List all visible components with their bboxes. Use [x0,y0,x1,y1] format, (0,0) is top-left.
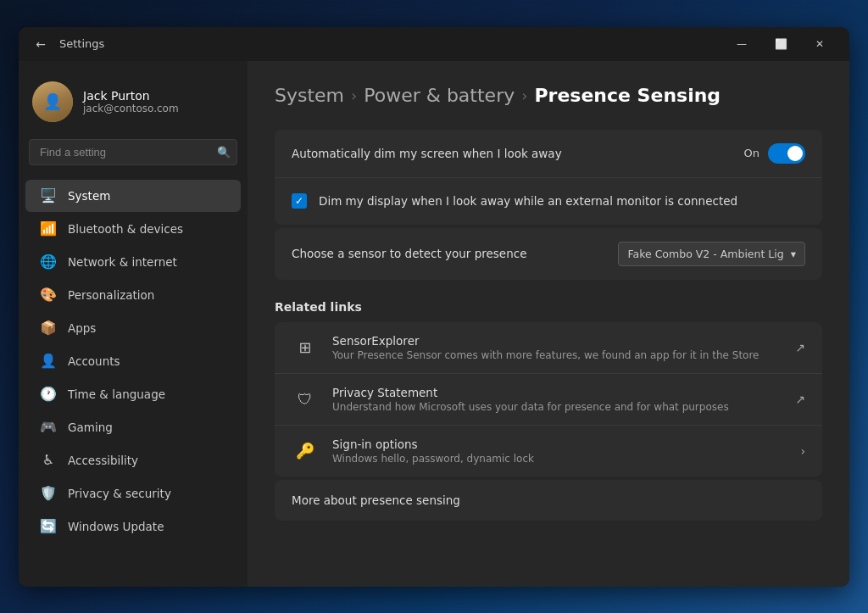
settings-window: ← Settings — ⬜ ✕ 👤 Jack Purton [19,27,849,587]
sidebar-item-gaming[interactable]: 🎮Gaming [25,411,241,443]
sidebar-item-time[interactable]: 🕐Time & language [25,378,241,410]
sensor-explorer-action-icon: ↗ [795,341,805,354]
sidebar-item-label-gaming: Gaming [68,421,113,434]
sensor-explorer-icon: ⊞ [292,334,319,361]
minimize-button[interactable]: — [722,27,761,61]
accounts-icon: 👤 [39,352,58,371]
sidebar: 👤 Jack Purton jack@contoso.com 🔍 🖥️Syste… [19,61,248,587]
more-about-link[interactable]: More about presence sensing [275,480,822,521]
sidebar-item-apps[interactable]: 📦Apps [25,312,241,344]
content-area: 👤 Jack Purton jack@contoso.com 🔍 🖥️Syste… [19,61,849,587]
search-input[interactable] [29,139,237,165]
sensor-row: Choose a sensor to detect your presence … [275,228,822,280]
bluetooth-icon: 📶 [39,220,58,238]
sidebar-item-label-accounts: Accounts [68,354,120,368]
sidebar-item-personalization[interactable]: 🎨Personalization [25,279,241,311]
breadcrumb-sep-2: › [521,86,527,104]
sensor-label: Choose a sensor to detect your presence [292,247,526,260]
user-email: jack@contoso.com [83,103,179,114]
sidebar-item-accessibility[interactable]: ♿Accessibility [25,444,241,476]
dim-screen-card: Automatically dim my screen when I look … [275,130,822,225]
sidebar-item-update[interactable]: 🔄Windows Update [25,510,241,543]
chevron-down-icon: ▾ [791,248,796,260]
nav-list: 🖥️System📶Bluetooth & devices🌐Network & i… [19,179,248,543]
sign-in-subtitle: Windows hello, password, dynamic lock [332,453,787,465]
dim-screen-row: Automatically dim my screen when I look … [275,130,822,177]
update-icon: 🔄 [39,517,58,536]
dim-external-row: ✓ Dim my display when I look away while … [275,177,822,225]
privacy-icon: 🛡️ [39,484,58,503]
back-icon: ← [36,37,46,51]
sidebar-item-privacy[interactable]: 🛡️Privacy & security [25,477,241,510]
sign-in-action-icon: › [800,444,805,458]
privacy-statement-icon: 🛡 [292,386,319,413]
link-rows: ⊞ SensorExplorer Your Presence Sensor co… [275,322,822,476]
sensor-card: Choose a sensor to detect your presence … [275,228,822,280]
sidebar-item-label-system: System [68,189,110,203]
window-title: Settings [59,37,104,50]
system-icon: 🖥️ [39,187,58,205]
sidebar-item-label-privacy: Privacy & security [68,487,171,500]
window-controls: — ⬜ ✕ [722,27,839,61]
user-info: Jack Purton jack@contoso.com [83,89,179,114]
breadcrumb-presence: Presence Sensing [534,85,721,106]
dim-external-label: Dim my display when I look away while an… [319,194,737,208]
sidebar-item-label-update: Windows Update [68,520,164,533]
close-button[interactable]: ✕ [800,27,839,61]
personalization-icon: 🎨 [39,286,58,304]
related-links-header: Related links [275,300,822,314]
maximize-button[interactable]: ⬜ [761,27,800,61]
apps-icon: 📦 [39,319,58,337]
sidebar-item-accounts[interactable]: 👤Accounts [25,345,241,377]
toggle-on-label: On [744,147,760,159]
accessibility-icon: ♿ [39,451,58,470]
main-content: System › Power & battery › Presence Sens… [248,61,849,587]
breadcrumb-system[interactable]: System [275,85,344,106]
link-row-sensor-explorer[interactable]: ⊞ SensorExplorer Your Presence Sensor co… [275,322,822,374]
avatar-image: 👤 [32,81,73,122]
link-row-privacy-statement[interactable]: 🛡 Privacy Statement Understand how Micro… [275,374,822,426]
network-icon: 🌐 [39,253,58,271]
more-about-text: More about presence sensing [292,493,460,507]
gaming-icon: 🎮 [39,418,58,437]
search-box: 🔍 [29,139,237,165]
sensor-explorer-subtitle: Your Presence Sensor comes with more fea… [332,349,782,361]
privacy-statement-title: Privacy Statement [332,386,782,399]
privacy-statement-text: Privacy Statement Understand how Microso… [332,386,782,413]
privacy-statement-action-icon: ↗ [795,393,805,406]
user-name: Jack Purton [83,89,179,103]
sidebar-item-bluetooth[interactable]: 📶Bluetooth & devices [25,213,241,245]
toggle-knob [787,146,803,161]
sidebar-item-system[interactable]: 🖥️System [25,180,241,212]
link-row-sign-in[interactable]: 🔑 Sign-in options Windows hello, passwor… [275,426,822,476]
titlebar: ← Settings — ⬜ ✕ [19,27,849,61]
dim-external-checkbox[interactable]: ✓ [292,193,307,209]
sidebar-item-label-time: Time & language [68,387,165,401]
breadcrumb-power[interactable]: Power & battery [364,85,515,106]
sidebar-item-label-bluetooth: Bluetooth & devices [68,222,183,236]
sidebar-item-label-apps: Apps [68,321,96,335]
back-button[interactable]: ← [29,32,53,56]
time-icon: 🕐 [39,385,58,404]
sidebar-item-label-accessibility: Accessibility [68,454,138,467]
sensor-dropdown[interactable]: Fake Combo V2 - Ambient Lig ▾ [618,242,805,266]
sign-in-text: Sign-in options Windows hello, password,… [332,437,787,465]
related-links-card: ⊞ SensorExplorer Your Presence Sensor co… [275,322,822,476]
privacy-statement-subtitle: Understand how Microsoft uses your data … [332,401,782,413]
sign-in-title: Sign-in options [332,437,787,451]
user-profile: 👤 Jack Purton jack@contoso.com [19,75,248,139]
sidebar-item-network[interactable]: 🌐Network & internet [25,246,241,278]
search-icon: 🔍 [217,146,231,159]
sensor-dropdown-value: Fake Combo V2 - Ambient Lig [627,248,783,260]
breadcrumb-sep-1: › [351,86,357,104]
sensor-explorer-title: SensorExplorer [332,334,782,348]
breadcrumb: System › Power & battery › Presence Sens… [275,85,822,106]
sign-in-icon: 🔑 [292,437,319,465]
dim-screen-label: Automatically dim my screen when I look … [292,147,744,160]
dim-screen-toggle[interactable] [768,143,805,164]
sidebar-item-label-network: Network & internet [68,255,177,269]
avatar[interactable]: 👤 [32,81,73,122]
sidebar-item-label-personalization: Personalization [68,288,154,302]
sensor-explorer-text: SensorExplorer Your Presence Sensor come… [332,334,782,361]
